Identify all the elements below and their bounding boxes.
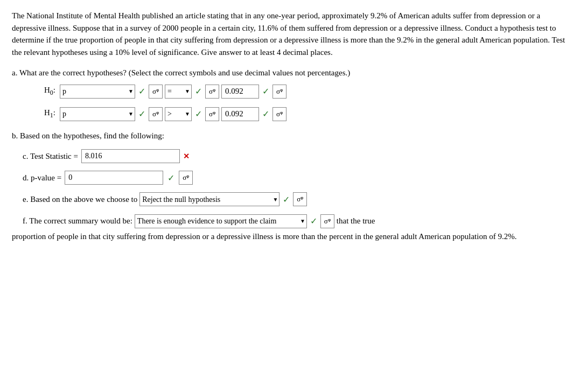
h0-label: H0:	[44, 86, 55, 97]
pvalue-sigma[interactable]: σᵠ	[179, 171, 193, 185]
summary-suffix: that the true	[337, 214, 375, 228]
part-f-section: f. The correct summary would be: There i…	[12, 214, 575, 243]
part-e-section: e. Based on the above we choose to Rejec…	[12, 192, 575, 206]
h0-operator-check: ✓	[195, 86, 202, 96]
part-b-section: b. Based on the hypotheses, find the fol…	[12, 130, 575, 142]
h0-variable-sigma[interactable]: σᵠ	[149, 85, 163, 99]
part-a-section: a. What are the correct hypotheses? (Sel…	[12, 67, 575, 121]
summary-row: f. The correct summary would be: There i…	[23, 214, 575, 228]
part-a-label: a. What are the correct hypotheses? (Sel…	[12, 67, 575, 79]
conclusion-select[interactable]: Reject the null hypothesis Fail to rejec…	[142, 195, 277, 204]
h1-value: 0.092	[225, 109, 243, 118]
pvalue-input-box[interactable]	[65, 171, 163, 185]
part-d-section: d. p-value = ✓ σᵠ	[12, 171, 575, 185]
h0-operator-sigma[interactable]: σᵠ	[205, 85, 219, 99]
test-stat-clear-button[interactable]: ✕	[183, 152, 190, 161]
h0-variable-select[interactable]: p μ σ	[62, 87, 132, 95]
h0-operator-select[interactable]: = ≠ < > ≤ ≥	[167, 87, 189, 95]
conclusion-dropdown[interactable]: Reject the null hypothesis Fail to rejec…	[139, 192, 279, 206]
summary-check: ✓	[310, 214, 317, 228]
part-f-label: f. The correct summary would be:	[23, 214, 132, 228]
h1-value-check: ✓	[262, 109, 269, 119]
conclusion-sigma[interactable]: σᵠ	[293, 192, 307, 206]
choose-row: e. Based on the above we choose to Rejec…	[23, 192, 575, 206]
part-c-section: c. Test Statistic = ✕	[12, 149, 575, 163]
summary-sigma[interactable]: σᵠ	[320, 214, 334, 228]
summary-continuation: proportion of people in that city suffer…	[12, 230, 575, 243]
part-b-label: b. Based on the hypotheses, find the fol…	[12, 130, 575, 142]
test-stat-row: c. Test Statistic = ✕	[23, 149, 575, 163]
h0-value-sigma[interactable]: σᵠ	[272, 85, 286, 99]
h1-row: H1: p μ σ ▼ ✓ σᵠ > = ≠ < ≤ ≥ ▼ ✓	[44, 107, 575, 121]
h1-operator-check: ✓	[195, 109, 202, 119]
h1-value-sigma[interactable]: σᵠ	[272, 107, 286, 121]
h1-operator-select[interactable]: > = ≠ < ≤ ≥	[167, 110, 189, 118]
pvalue-check: ✓	[167, 173, 174, 183]
h1-variable-dropdown[interactable]: p μ σ ▼	[60, 107, 135, 121]
summary-select[interactable]: There is enough evidence to support the …	[137, 217, 304, 225]
part-e-label: e. Based on the above we choose to	[23, 195, 137, 204]
part-c-label: c. Test Statistic =	[23, 152, 78, 161]
test-stat-input[interactable]	[85, 152, 176, 160]
pvalue-row: d. p-value = ✓ σᵠ	[23, 171, 575, 185]
intro-paragraph: The National Institute of Mental Health …	[12, 11, 565, 57]
h1-label: H1:	[44, 108, 55, 120]
h0-value-box: 0.092	[221, 85, 259, 99]
h0-row: H0: p μ σ ▼ ✓ σᵠ = ≠ < > ≤ ≥ ▼ ✓	[44, 85, 575, 99]
h1-variable-select[interactable]: p μ σ	[62, 110, 132, 118]
h0-variable-check: ✓	[138, 86, 145, 96]
part-d-label: d. p-value =	[23, 173, 61, 183]
h1-variable-sigma[interactable]: σᵠ	[149, 107, 163, 121]
h1-operator-dropdown[interactable]: > = ≠ < ≤ ≥ ▼	[165, 107, 192, 121]
intro-text: The National Institute of Mental Health …	[12, 10, 575, 58]
h0-value: 0.092	[225, 87, 243, 96]
summary-dropdown[interactable]: There is enough evidence to support the …	[135, 214, 307, 228]
h0-variable-dropdown[interactable]: p μ σ ▼	[60, 85, 135, 99]
h1-value-box: 0.092	[221, 107, 259, 121]
h0-operator-dropdown[interactable]: = ≠ < > ≤ ≥ ▼	[165, 85, 192, 99]
pvalue-input[interactable]	[68, 173, 159, 182]
conclusion-check: ✓	[283, 194, 290, 205]
h1-operator-sigma[interactable]: σᵠ	[205, 107, 219, 121]
h0-value-check: ✓	[262, 86, 269, 96]
h1-variable-check: ✓	[138, 109, 145, 119]
test-stat-input-box[interactable]	[81, 149, 180, 163]
